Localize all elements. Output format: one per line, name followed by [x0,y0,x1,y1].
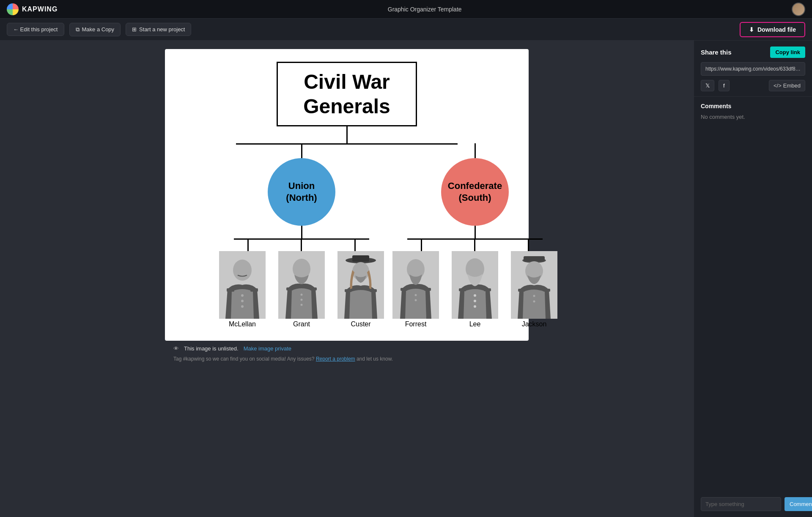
svg-rect-28 [459,288,466,291]
union-circle: Union(North) [268,158,335,226]
svg-rect-3 [250,288,258,292]
confederate-sub-h-branch [395,238,555,251]
mclellan-name: McLellan [229,320,256,328]
svg-rect-38 [543,289,550,292]
toolbar: ← Edit this project ⧉ Make a Copy ⊞ Star… [0,19,812,41]
logo-group: KAPWING [7,3,58,15]
svg-point-25 [415,299,417,301]
mclellan-branch [247,238,249,251]
share-title: Share this [701,49,732,56]
make-copy-button[interactable]: ⧉ Make a Copy [69,23,121,36]
svg-rect-29 [484,288,491,291]
bottom-area: 👁 This image is unlisted. Make image pri… [165,341,529,365]
comment-input-row: Comment [701,493,805,511]
no-comments-text: No comments yet. [701,114,805,493]
confederate-sub-tree: Forrest [388,238,562,328]
confederate-v-line [475,143,476,158]
svg-rect-23 [424,288,431,291]
svg-point-21 [407,259,425,279]
facebook-share-button[interactable]: f [719,80,730,91]
twitter-icon: 𝕏 [705,82,710,89]
canvas-wrapper: Civil War Generals Union(North) [165,49,529,341]
content-area: Civil War Generals Union(North) [0,41,694,517]
general-forrest: Forrest [388,251,443,328]
kapwing-logo-icon [7,3,19,15]
nav-title: Graphic Organizer Template [388,6,462,13]
main-layout: Civil War Generals Union(North) [0,41,812,517]
embed-button[interactable]: </> Embed [769,80,805,91]
custer-v-line [354,238,356,251]
svg-point-1 [233,260,252,281]
union-sub-v-line [301,226,302,238]
svg-rect-18 [345,289,351,292]
confederate-branch: Confederate(South) [388,143,562,328]
new-project-icon: ⊞ [132,26,137,33]
grant-branch [301,238,302,251]
union-generals-row: McLellan [215,251,388,328]
forrest-branch [421,238,422,251]
grant-name: Grant [293,320,310,328]
embed-code-icon: </> [774,82,782,89]
svg-rect-37 [518,289,525,292]
new-project-button[interactable]: ⊞ Start a new project [126,23,191,36]
union-branch: Union(North) [215,143,388,328]
new-project-label: Start a new project [139,26,185,33]
logo-text: KAPWING [22,5,58,13]
union-sub-tree: McLellan [215,238,388,328]
union-v-line [301,143,302,158]
svg-point-39 [533,295,535,297]
svg-point-31 [474,300,476,302]
tag-suffix: and let us know. [357,356,393,362]
general-grant: Grant [274,251,329,328]
tag-text: Tag #kapwing so we can find you on socia… [173,356,315,362]
make-private-link[interactable]: Make image private [244,345,291,352]
mclellan-v-line [247,238,249,251]
graphic-organizer: Civil War Generals Union(North) [182,62,512,328]
report-problem-link[interactable]: Report a problem [316,356,355,362]
svg-rect-22 [401,288,407,291]
copy-link-button[interactable]: Copy link [770,47,805,58]
svg-rect-35 [524,256,545,262]
svg-point-32 [474,305,476,308]
social-row: 𝕏 f </> Embed [701,80,805,91]
embed-label: Embed [783,82,801,89]
svg-rect-9 [286,287,293,290]
svg-point-30 [474,294,476,297]
svg-rect-19 [370,289,377,292]
jackson-name: Jackson [522,320,547,328]
mclellan-portrait [219,251,266,319]
jackson-v-line [528,238,529,251]
svg-point-24 [415,294,417,296]
comments-title: Comments [701,103,805,109]
share-section: Share this Copy link https://www.kapwing… [694,41,812,97]
download-button[interactable]: ⬇ Download file [740,22,805,37]
bottom-info-bar: 👁 This image is unlisted. Make image pri… [165,341,529,356]
right-panel: Share this Copy link https://www.kapwing… [694,41,812,517]
svg-point-4 [241,294,244,297]
lee-name: Lee [469,320,481,328]
general-custer: Custer [333,251,388,328]
twitter-share-button[interactable]: 𝕏 [701,80,714,91]
unlisted-text: This image is unlisted. [184,345,239,352]
custer-branch [354,238,356,251]
user-avatar[interactable] [792,3,805,16]
lee-branch [474,238,475,251]
svg-rect-2 [227,288,234,292]
facebook-icon: f [723,82,725,89]
forrest-v-line [421,238,422,251]
download-label: Download file [757,26,796,33]
grant-portrait [278,251,325,319]
lee-v-line [474,238,475,251]
comment-submit-button[interactable]: Comment [785,497,812,511]
confederate-generals-row: Forrest [388,251,562,328]
svg-point-11 [301,294,303,296]
comment-input[interactable] [701,497,781,511]
general-lee: Lee [447,251,502,328]
edit-project-button[interactable]: ← Edit this project [7,23,64,36]
copy-icon: ⧉ [76,26,80,33]
svg-point-40 [533,301,535,303]
svg-point-6 [241,305,244,308]
comments-section: Comments No comments yet. Comment [694,97,812,517]
confederate-sub-v-line [475,226,476,238]
main-branch: Union(North) [215,143,479,328]
